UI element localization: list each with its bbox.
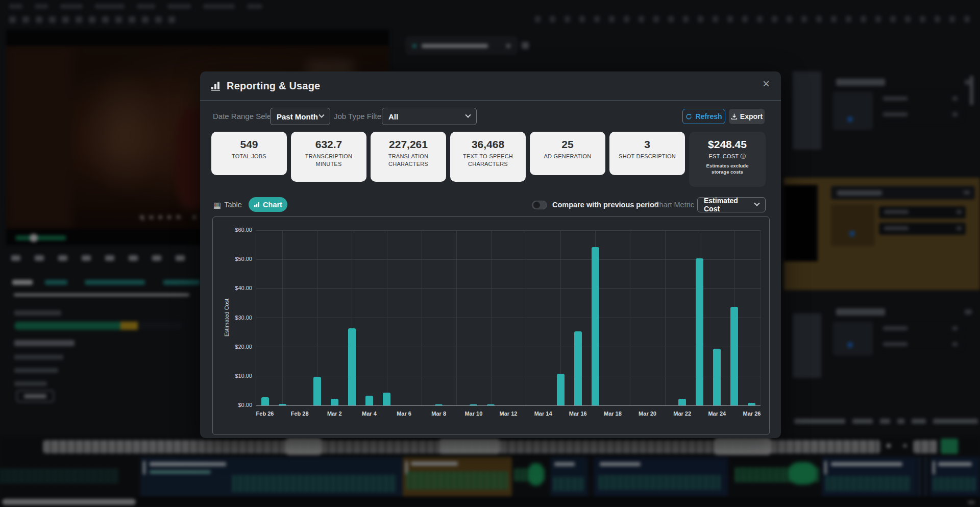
x-gridline — [387, 230, 387, 405]
x-tick-label: Mar 6 — [388, 411, 421, 417]
y-tick-label: $30.00 — [226, 315, 252, 321]
chart-metric-label: Chart Metric — [654, 197, 694, 212]
download-icon — [731, 113, 738, 120]
chart-bar[interactable] — [261, 397, 269, 405]
y-gridline — [256, 259, 761, 260]
x-gridline — [422, 230, 422, 405]
x-tick-label: Mar 4 — [353, 411, 385, 417]
chart-bar[interactable] — [592, 247, 599, 405]
chart-bar[interactable] — [696, 258, 703, 405]
chevron-down-icon — [465, 112, 471, 118]
bar-chart-icon — [210, 81, 222, 91]
y-tick-label: $40.00 — [226, 285, 252, 291]
table-view-button[interactable]: ▦ Table — [213, 197, 242, 212]
compare-label: Compare with previous period — [552, 197, 659, 212]
mini-bar-chart-icon — [254, 202, 260, 208]
stats-row: 549TOTAL JOBS 632.7TRANSCRIPTION MINUTES… — [211, 132, 766, 187]
date-range-select[interactable]: Past Month — [270, 108, 330, 125]
chart-bar[interactable] — [557, 374, 565, 405]
chart-bar[interactable] — [313, 377, 321, 405]
x-tick-label: Feb 28 — [283, 411, 316, 417]
x-gridline — [456, 230, 457, 405]
chart-bar[interactable] — [470, 404, 477, 405]
table-grid-icon: ▦ — [213, 200, 221, 210]
chart-bar[interactable] — [713, 349, 721, 405]
y-gridline — [256, 318, 761, 318]
x-tick-label: Mar 22 — [666, 411, 699, 417]
job-type-select[interactable]: All — [382, 108, 477, 125]
y-tick-label: $20.00 — [226, 344, 252, 350]
x-tick-label: Feb 26 — [249, 411, 281, 417]
y-tick-label: $10.00 — [226, 373, 252, 379]
y-tick-label: $50.00 — [226, 256, 252, 262]
stat-card-total-jobs: 549TOTAL JOBS — [211, 132, 287, 175]
chart-bar[interactable] — [730, 307, 738, 405]
stat-card-transcription: 632.7TRANSCRIPTION MINUTES — [291, 132, 366, 182]
chart-bar[interactable] — [678, 399, 686, 405]
chart-bar[interactable] — [331, 399, 338, 405]
chart-view-button[interactable]: Chart — [249, 197, 287, 212]
usage-bar-chart: Estimated Cost $0.00$10.00$20.00$30.00$4… — [212, 216, 770, 435]
job-type-label: Job Type Filter — [334, 108, 384, 125]
y-tick-label: $60.00 — [226, 227, 252, 233]
chevron-down-icon — [754, 201, 760, 206]
stat-card-est-cost: $248.45 EST. COST ⓘ Estimates exclude st… — [689, 132, 766, 187]
chart-bar[interactable] — [748, 403, 755, 405]
chart-plot-area: $0.00$10.00$20.00$30.00$40.00$50.00$60.0… — [256, 230, 760, 405]
chart-bar[interactable] — [383, 393, 390, 405]
refresh-icon — [685, 113, 692, 120]
x-gridline — [282, 230, 283, 405]
y-gridline — [256, 376, 761, 376]
chart-bar[interactable] — [279, 404, 286, 405]
y-gridline — [256, 347, 761, 347]
view-toggle-row: ▦ Table Chart Compare with previous peri… — [200, 197, 781, 212]
x-tick-label: Mar 18 — [596, 411, 629, 417]
x-tick-label: Mar 8 — [423, 411, 455, 417]
chart-bar[interactable] — [574, 331, 582, 405]
compare-toggle[interactable] — [532, 201, 547, 209]
x-tick-label: Mar 24 — [701, 411, 733, 417]
y-tick-label: $0.00 — [226, 402, 252, 408]
stat-card-translation: 227,261TRANSLATION CHARACTERS — [371, 132, 446, 182]
y-gridline — [256, 230, 761, 231]
x-gridline — [491, 230, 492, 405]
x-gridline — [630, 230, 630, 405]
chart-metric-select[interactable]: Estimated Cost — [697, 197, 766, 212]
x-tick-label: Mar 12 — [492, 411, 525, 417]
chevron-down-icon — [318, 112, 324, 118]
x-tick-label: Mar 14 — [527, 411, 559, 417]
refresh-button[interactable]: Refresh — [682, 109, 725, 124]
modal-title: Reporting & Usage — [227, 80, 320, 92]
chart-bar[interactable] — [348, 328, 356, 405]
info-icon[interactable]: ⓘ — [740, 153, 746, 159]
x-gridline — [526, 230, 526, 405]
x-tick-label: Mar 26 — [736, 411, 768, 417]
chart-bar[interactable] — [435, 404, 443, 405]
x-tick-label: Mar 16 — [561, 411, 594, 417]
stat-card-ad-generation: 25AD GENERATION — [530, 132, 605, 175]
x-tick-label: Mar 2 — [318, 411, 351, 417]
stat-card-tts: 36,468TEXT-TO-SPEECH CHARACTERS — [450, 132, 526, 182]
x-gridline — [761, 230, 761, 405]
x-gridline — [665, 230, 666, 405]
export-button[interactable]: Export — [729, 109, 765, 124]
chart-bar[interactable] — [365, 396, 373, 405]
close-icon[interactable]: × — [763, 78, 770, 90]
modal-header: Reporting & Usage — [200, 71, 781, 101]
x-tick-label: Mar 10 — [457, 411, 490, 417]
date-range-label: Date Range Select — [213, 108, 277, 125]
stat-card-shot-description: 3SHOT DESCRIPTION — [609, 132, 685, 175]
toggle-knob — [533, 202, 540, 208]
reporting-usage-modal: Reporting & Usage × Date Range Select Pa… — [200, 71, 781, 438]
app-window: queen charged — [0, 0, 980, 507]
y-gridline — [256, 288, 761, 289]
x-tick-label: Mar 20 — [631, 411, 664, 417]
chart-bar[interactable] — [487, 404, 495, 405]
